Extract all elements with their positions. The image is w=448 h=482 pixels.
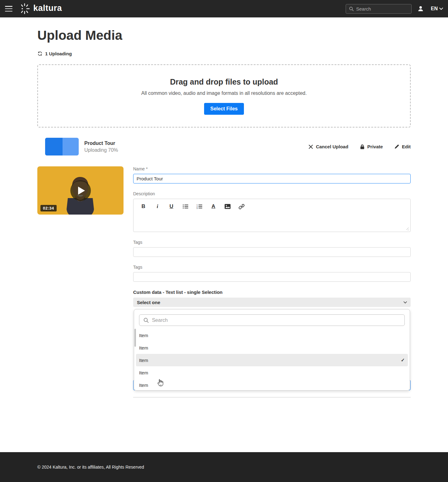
uploading-count-label: 1 Uploading <box>45 51 72 56</box>
kaltura-wordmark: kaltura <box>33 4 62 14</box>
dropdown-option-1[interactable]: Item <box>134 329 410 341</box>
refresh-icon <box>37 51 43 56</box>
rich-text-toolbar: B i U 1 2 <box>133 199 410 210</box>
numbered-list-button[interactable]: 1 2 3 <box>196 203 203 210</box>
select-files-button[interactable]: Select Files <box>204 103 244 115</box>
tags-label-2: Tags <box>133 265 411 270</box>
user-menu-button[interactable] <box>417 5 424 12</box>
tags-field-1: Tags <box>133 240 411 257</box>
custom-data-label: Custom data - Text list - single Selecti… <box>133 290 411 295</box>
chevron-down-icon <box>439 7 443 10</box>
svg-text:3: 3 <box>197 207 198 209</box>
kaltura-sunburst-icon <box>19 3 30 15</box>
bulleted-list-icon <box>183 204 188 209</box>
video-thumbnail[interactable]: 02:34 <box>37 166 124 215</box>
description-label: Description <box>133 191 411 196</box>
textarea-resize-handle[interactable] <box>406 227 409 230</box>
cancel-upload-button[interactable]: Cancel Upload <box>308 144 348 149</box>
name-input[interactable] <box>133 174 411 183</box>
dropdown-option-2[interactable]: Item <box>134 341 410 354</box>
check-icon: ✓ <box>401 357 405 363</box>
description-editor[interactable]: B i U 1 2 <box>133 199 411 232</box>
media-edit-section: 02:34 Name * Description B i U <box>37 166 411 397</box>
dropdown-search-box[interactable] <box>139 314 405 326</box>
insert-image-button[interactable] <box>224 203 231 210</box>
bulleted-list-button[interactable] <box>182 203 189 210</box>
dropzone-subtitle: All common video, audio and image format… <box>141 90 307 96</box>
duration-badge: 02:34 <box>40 205 57 211</box>
dropzone-title: Drag and drop files to upload <box>170 77 278 86</box>
edit-button[interactable]: Edit <box>394 144 411 149</box>
underline-button[interactable]: U <box>168 203 175 210</box>
drag-drop-zone[interactable]: Drag and drop files to upload All common… <box>37 64 411 127</box>
nav-search-box[interactable] <box>346 4 412 14</box>
dropdown-option-3-selected[interactable]: Item ✓ <box>136 354 408 366</box>
numbered-list-icon: 1 2 3 <box>197 204 202 209</box>
page-footer: © 2024 Kaltura, Inc. or its affiliates, … <box>0 452 448 482</box>
upload-item-name: Product Tour <box>84 141 118 146</box>
text-color-button[interactable]: A <box>210 203 217 210</box>
upload-item-status: Uploading 70% <box>84 147 118 153</box>
kaltura-logo[interactable]: kaltura <box>19 3 62 15</box>
dropdown-option-4[interactable]: Item <box>134 366 410 379</box>
custom-data-field: Custom data - Text list - single Selecti… <box>133 290 411 397</box>
copyright-text: © 2024 Kaltura, Inc. or its affiliates, … <box>37 465 144 470</box>
upload-media-page: Upload Media 1 Uploading Drag and drop f… <box>0 17 448 452</box>
play-icon <box>78 187 85 195</box>
language-label: EN <box>431 6 438 12</box>
media-details-form: Name * Description B i U <box>133 166 411 397</box>
insert-link-button[interactable] <box>238 203 245 210</box>
nav-search-input[interactable] <box>356 6 408 12</box>
dropdown-option-5[interactable]: Item <box>134 379 410 391</box>
selected-option-label: Select one <box>137 300 160 305</box>
hamburger-menu-icon[interactable] <box>5 6 12 12</box>
tags-label-1: Tags <box>133 240 411 245</box>
name-label: Name * <box>133 166 411 171</box>
upload-item-row: Product Tour Uploading 70% Cancel Upload… <box>37 138 411 155</box>
lock-icon <box>360 144 365 150</box>
language-selector[interactable]: EN <box>431 6 443 12</box>
tags-input-1[interactable] <box>133 247 411 257</box>
search-icon <box>349 6 354 12</box>
privacy-button[interactable]: Private <box>360 144 383 150</box>
user-icon <box>417 5 424 12</box>
name-field: Name * <box>133 166 411 183</box>
link-icon <box>239 204 245 209</box>
uploading-status-row[interactable]: 1 Uploading <box>37 51 411 56</box>
description-field: Description B i U <box>133 191 411 232</box>
section-divider <box>133 397 411 397</box>
tags-input-2[interactable] <box>133 272 411 282</box>
upload-progress-thumbnail <box>45 138 79 155</box>
close-icon <box>308 144 313 149</box>
custom-data-select[interactable]: Select one <box>133 298 411 307</box>
image-icon <box>225 204 231 209</box>
custom-data-dropdown-panel: Item Item Item ✓ Item <box>134 309 410 391</box>
dropdown-scrollbar-thumb[interactable] <box>134 329 136 347</box>
bold-button[interactable]: B <box>140 203 147 210</box>
chevron-down-icon <box>404 301 407 304</box>
top-nav: kaltura EN <box>0 0 448 17</box>
tags-field-2: Tags <box>133 265 411 282</box>
page-title: Upload Media <box>37 28 411 43</box>
play-button[interactable] <box>70 180 91 201</box>
upload-progress-fill <box>45 138 63 155</box>
dropdown-search-input[interactable] <box>152 317 400 323</box>
pencil-icon <box>394 144 399 149</box>
search-icon <box>143 317 149 323</box>
italic-button[interactable]: i <box>154 203 161 210</box>
dropdown-options-list: Item Item Item ✓ Item <box>134 329 410 391</box>
